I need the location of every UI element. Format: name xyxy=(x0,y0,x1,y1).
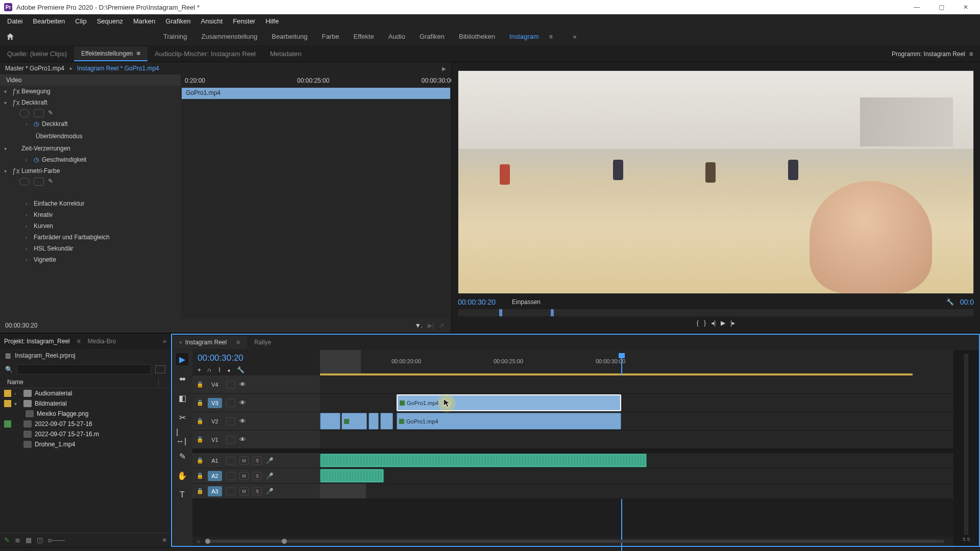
chevron-down-icon[interactable]: ▾ xyxy=(69,66,72,71)
filter-icon[interactable]: ▼. xyxy=(415,322,423,329)
mute-button[interactable]: M xyxy=(239,487,249,495)
snap-button[interactable]: ⌖ xyxy=(198,366,201,373)
mute-button[interactable]: M xyxy=(239,457,249,465)
meter-bar[interactable] xyxy=(964,354,968,535)
menu-bearbeiten[interactable]: Bearbeiten xyxy=(28,15,70,27)
stopwatch-icon[interactable]: ◷ xyxy=(34,120,39,128)
eye-icon[interactable]: 👁 xyxy=(239,399,246,407)
list-item[interactable]: ▾Bildmaterial xyxy=(0,398,170,409)
tab-programm[interactable]: Programm: Instagram Reel≡ xyxy=(885,47,980,61)
menu-marken[interactable]: Marken xyxy=(128,15,160,27)
list-view-button[interactable]: ≣ xyxy=(15,536,20,544)
sync-lock-button[interactable] xyxy=(226,457,235,465)
solo-button[interactable]: S xyxy=(253,472,262,480)
mic-icon[interactable]: 🎤 xyxy=(266,457,274,464)
master-clip-label[interactable]: Master * GoPro1.mp4 xyxy=(5,65,64,72)
lock-icon[interactable]: 🔒 xyxy=(197,436,204,443)
menu-datei[interactable]: Datei xyxy=(2,15,28,27)
tab-effekteinstellungen[interactable]: Effekteinstellungen ≡ xyxy=(74,46,148,61)
effect-timecode[interactable]: 00:00:30:20 xyxy=(5,322,37,329)
timeline-zoom-scrub[interactable] xyxy=(205,540,944,543)
menu-clip[interactable]: Clip xyxy=(70,15,91,27)
selection-tool[interactable]: ▶ xyxy=(176,353,188,365)
audio-clip[interactable] xyxy=(320,454,647,467)
menu-grafiken[interactable]: Grafiken xyxy=(160,15,195,27)
slip-tool[interactable]: |↔| xyxy=(176,431,188,443)
clip-gopro1-v2[interactable]: GoPro1.mp4 xyxy=(397,413,621,430)
close-icon[interactable]: × xyxy=(179,340,182,345)
solo-button[interactable]: S xyxy=(253,487,262,495)
clip[interactable] xyxy=(369,413,379,430)
sync-lock-button[interactable] xyxy=(226,436,235,444)
timeline-ruler[interactable]: 00:00:20:00 00:00:25:00 00:00:30:00 xyxy=(320,350,953,375)
menu-hilfe[interactable]: Hilfe xyxy=(260,15,284,27)
menu-fenster[interactable]: Fenster xyxy=(228,15,260,27)
ws-instagram[interactable]: Instagram xyxy=(509,33,539,40)
zoom-out-handle[interactable]: ○ xyxy=(197,538,200,545)
program-timecode[interactable]: 00:00:30:20 xyxy=(458,298,496,306)
minimize-button[interactable]: — xyxy=(906,0,927,14)
program-viewport[interactable] xyxy=(458,70,974,294)
rect-mask-button[interactable] xyxy=(34,109,44,117)
sync-lock-button[interactable] xyxy=(226,399,235,407)
tab-projekt[interactable]: Projekt: Instagram_Reel xyxy=(4,338,70,345)
magnet-button[interactable]: ∩ xyxy=(207,366,212,373)
pen-mask-button[interactable]: ✎ xyxy=(48,109,58,117)
menu-icon[interactable]: ≡ xyxy=(969,51,973,58)
search-input[interactable] xyxy=(17,364,151,374)
stopwatch-icon[interactable]: ◷ xyxy=(34,156,39,163)
list-item[interactable]: 2022-09-07 15-27-16.m xyxy=(0,429,170,439)
list-item[interactable]: 2022-09-07 15-27-16 xyxy=(0,419,170,429)
lock-icon[interactable]: 🔒 xyxy=(197,418,204,424)
zoom-fit-select[interactable]: Einpassen xyxy=(512,298,541,306)
tab-quelle[interactable]: Quelle: (keine Clips) xyxy=(0,47,74,61)
icon-view-button[interactable]: ▦ xyxy=(26,536,32,544)
clip-gopro1-v3[interactable]: GoPro1.mp4 xyxy=(397,394,621,411)
zoom-slider[interactable]: o—— xyxy=(48,536,65,544)
mute-button[interactable]: M xyxy=(239,472,249,480)
sync-lock-button[interactable] xyxy=(226,381,235,389)
razor-tool[interactable]: ✂ xyxy=(176,411,188,423)
sequence-tab[interactable]: ×Instagram Reel ≡ xyxy=(172,336,247,349)
step-back-button[interactable]: ◂| xyxy=(711,319,716,327)
mic-icon[interactable]: 🎤 xyxy=(266,488,274,495)
ws-bibliotheken[interactable]: Bibliotheken xyxy=(459,33,495,40)
ellipse-mask-button[interactable] xyxy=(19,109,30,117)
clip[interactable] xyxy=(320,413,340,430)
step-fwd-button[interactable]: |▸ xyxy=(730,319,735,327)
ws-audio[interactable]: Audio xyxy=(388,33,405,40)
clip[interactable] xyxy=(380,413,393,430)
eye-icon[interactable]: 👁 xyxy=(239,436,246,443)
hand-tool[interactable]: ✋ xyxy=(176,469,188,482)
maximize-button[interactable]: ▢ xyxy=(931,0,951,14)
home-button[interactable] xyxy=(0,32,20,41)
ws-training[interactable]: Training xyxy=(163,33,187,40)
ripple-tool[interactable]: ◧ xyxy=(176,392,188,404)
pen-tool[interactable]: ✎ xyxy=(176,450,188,462)
eye-icon[interactable]: 👁 xyxy=(239,381,246,388)
close-button[interactable]: ✕ xyxy=(955,0,976,14)
sequence-tab-2[interactable]: Rallye xyxy=(247,336,278,349)
export-icon[interactable]: ↗ xyxy=(439,322,444,329)
pen-mask-button[interactable]: ✎ xyxy=(48,178,58,186)
play-button[interactable]: ▶ xyxy=(721,319,725,327)
type-tool[interactable]: T xyxy=(176,489,188,501)
tab-audioclip-mischer[interactable]: Audioclip-Mischer: Instagram Reel xyxy=(148,47,263,61)
ws-grafiken[interactable]: Grafiken xyxy=(420,33,445,40)
ws-overflow-icon[interactable]: » xyxy=(573,33,577,40)
link-button[interactable]: ⌇ xyxy=(218,366,221,373)
list-item[interactable]: Drohne_1.mp4 xyxy=(0,439,170,449)
rect-mask-button[interactable] xyxy=(34,178,44,186)
effect-clip-header[interactable]: GoPro1.mp4 xyxy=(182,88,450,99)
menu-icon[interactable]: ≡ xyxy=(77,338,81,345)
mark-out-button[interactable]: } xyxy=(704,319,706,327)
list-item[interactable]: Mexiko Flagge.png xyxy=(0,409,170,419)
list-item[interactable]: ›Audiomaterial xyxy=(0,388,170,398)
lock-icon[interactable]: 🔒 xyxy=(197,472,204,479)
clip[interactable] xyxy=(341,413,367,430)
track-select-tool[interactable]: ⬌ xyxy=(176,372,188,385)
lock-icon[interactable]: 🔒 xyxy=(197,399,204,406)
view-toggle-button[interactable] xyxy=(155,365,165,373)
settings-icon[interactable]: 🔧 xyxy=(946,298,954,306)
sequence-clip-label[interactable]: Instagram Reel * GoPro1.mp4 xyxy=(77,65,159,72)
